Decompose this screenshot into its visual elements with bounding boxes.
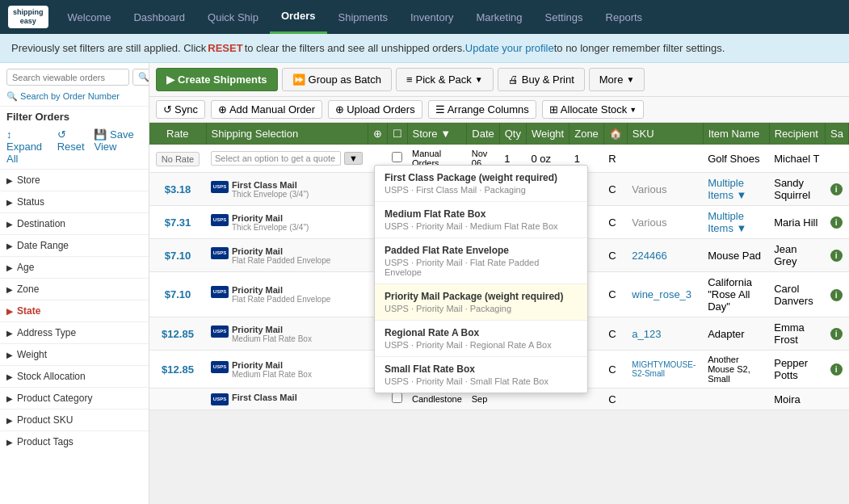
nav-inventory[interactable]: Inventory bbox=[399, 0, 464, 34]
rate-cell: $3.18 bbox=[149, 173, 206, 206]
filter-item-store[interactable]: ▶ Store bbox=[0, 169, 149, 191]
create-shipments-button[interactable]: ▶ Create Shipments bbox=[156, 68, 278, 91]
arrange-columns-button[interactable]: ☰ Arrange Columns bbox=[428, 100, 536, 119]
add-icon: ⊕ bbox=[218, 103, 227, 116]
shipping-options-dropdown: First Class Package (weight required) US… bbox=[374, 165, 588, 393]
add-manual-order-button[interactable]: ⊕ Add Manual Order bbox=[211, 100, 322, 119]
pick-pack-button[interactable]: ≡ Pick & Pack ▼ bbox=[396, 68, 494, 91]
dropdown-item-small-flat-rate[interactable]: Small Flat Rate Box USPS · Priority Mail… bbox=[375, 357, 587, 393]
allocate-caret-icon: ▼ bbox=[629, 106, 637, 114]
more-caret-icon: ▼ bbox=[626, 75, 634, 84]
no-rate-button[interactable]: No Rate bbox=[156, 152, 200, 166]
filter-item-status[interactable]: ▶ Status bbox=[0, 191, 149, 212]
info-icon[interactable]: i bbox=[830, 328, 843, 340]
upload-orders-button[interactable]: ⊕ Upload Orders bbox=[328, 100, 422, 119]
col-header-date: Date bbox=[467, 123, 499, 145]
sidebar: 🔍 🔍 Search by Order Number Filter Orders… bbox=[0, 63, 149, 504]
filter-item-destination[interactable]: ▶ Destination bbox=[0, 212, 149, 234]
filter-item-date-range[interactable]: ▶ Date Range bbox=[0, 234, 149, 256]
reset-link[interactable]: RESET bbox=[208, 42, 242, 54]
pick-pack-icon: ≡ bbox=[406, 74, 413, 86]
col-header-store[interactable]: Store ▼ bbox=[407, 123, 467, 145]
sync-icon: ↺ bbox=[163, 103, 172, 116]
nav-welcome[interactable]: Welcome bbox=[57, 0, 123, 34]
shipping-selection-cell: Select an option to get a quote ▼ bbox=[206, 145, 368, 173]
nav-orders[interactable]: Orders bbox=[270, 0, 327, 34]
col-header-home: 🏠 bbox=[603, 123, 627, 145]
buy-print-button[interactable]: 🖨 Buy & Print bbox=[498, 68, 585, 91]
nav-quickship[interactable]: Quick Ship bbox=[196, 0, 270, 34]
filter-item-state[interactable]: ▶ State bbox=[0, 300, 149, 321]
main-toolbar: ▶ Create Shipments ⏩ Group as Batch ≡ Pi… bbox=[149, 63, 849, 97]
more-button[interactable]: More ▼ bbox=[589, 68, 645, 91]
save-view-link[interactable]: 💾 Save View bbox=[94, 128, 142, 165]
group-as-batch-button[interactable]: ⏩ Group as Batch bbox=[282, 68, 392, 91]
expand-all-link[interactable]: ↕ Expand All bbox=[6, 128, 49, 165]
col-header-zone: Zone bbox=[570, 123, 604, 145]
filter-item-address-type[interactable]: ▶ Address Type bbox=[0, 321, 149, 343]
search-button[interactable]: 🔍 bbox=[132, 69, 149, 86]
multiple-items-link[interactable]: Multiple Items ▼ bbox=[703, 206, 769, 239]
arrow-icon: ▶ bbox=[6, 176, 13, 185]
info-icon[interactable]: i bbox=[830, 183, 843, 195]
filter-item-weight[interactable]: ▶ Weight bbox=[0, 343, 149, 365]
top-nav: shippingeasy Welcome Dashboard Quick Shi… bbox=[0, 0, 849, 34]
pick-pack-caret: ▼ bbox=[475, 75, 483, 84]
shipping-quote-select[interactable]: Select an option to get a quote bbox=[211, 151, 341, 166]
dropdown-item-regional-rate-a[interactable]: Regional Rate A Box USPS · Priority Mail… bbox=[375, 321, 587, 357]
filter-item-product-tags[interactable]: ▶ Product Tags bbox=[0, 430, 149, 452]
columns-icon: ☰ bbox=[435, 103, 445, 116]
sync-button[interactable]: ↺ Sync bbox=[156, 100, 205, 119]
secondary-toolbar: ↺ Sync ⊕ Add Manual Order ⊕ Upload Order… bbox=[149, 97, 849, 123]
reset-filter-link[interactable]: ↺ Reset bbox=[57, 128, 86, 165]
update-profile-link[interactable]: Update your profile bbox=[465, 42, 554, 54]
upload-icon: ⊕ bbox=[335, 103, 344, 116]
filter-item-stock-allocation[interactable]: ▶ Stock Allocation bbox=[0, 365, 149, 387]
nav-reports[interactable]: Reports bbox=[595, 0, 654, 34]
dropdown-item-priority-mail-package[interactable]: Priority Mail Package (weight required) … bbox=[375, 284, 587, 321]
nav-dashboard[interactable]: Dashboard bbox=[122, 0, 196, 34]
filter-orders-header: Filter Orders bbox=[0, 106, 149, 127]
filter-item-age[interactable]: ▶ Age bbox=[0, 256, 149, 278]
dropdown-item-first-class-package[interactable]: First Class Package (weight required) US… bbox=[375, 166, 587, 202]
nav-marketing[interactable]: Marketing bbox=[464, 0, 533, 34]
info-icon[interactable]: i bbox=[830, 250, 843, 262]
create-shipments-icon: ▶ bbox=[166, 74, 174, 86]
table-container: Rate Shipping Selection ⊕ ☐ Store ▼ Date… bbox=[149, 123, 849, 504]
col-header-rate: Rate bbox=[149, 123, 206, 145]
dropdown-item-medium-flat-rate[interactable]: Medium Flat Rate Box USPS · Priority Mai… bbox=[375, 202, 587, 238]
nav-settings[interactable]: Settings bbox=[534, 0, 595, 34]
rate-cell: No Rate bbox=[149, 145, 206, 173]
filter-banner: Previously set filters are still applied… bbox=[0, 34, 849, 63]
col-header-qty: Qty bbox=[499, 123, 526, 145]
filter-item-zone[interactable]: ▶ Zone bbox=[0, 278, 149, 300]
col-header-weight: Weight bbox=[526, 123, 569, 145]
search-input[interactable] bbox=[6, 69, 129, 86]
filter-item-product-sku[interactable]: ▶ Product SKU bbox=[0, 409, 149, 430]
col-header-recipient: Recipient bbox=[769, 123, 825, 145]
info-icon[interactable]: i bbox=[830, 363, 843, 376]
col-header-item-name: Item Name bbox=[703, 123, 769, 145]
multiple-items-link[interactable]: Multiple Items ▼ bbox=[703, 173, 769, 206]
buy-print-icon: 🖨 bbox=[508, 74, 519, 86]
col-header-shipping: Shipping Selection bbox=[206, 123, 368, 145]
col-header-sku: SKU bbox=[627, 123, 703, 145]
col-header-save: Sa bbox=[826, 123, 849, 145]
nav-shipments[interactable]: Shipments bbox=[327, 0, 399, 34]
dropdown-arrow-button[interactable]: ▼ bbox=[344, 152, 363, 165]
search-by-order-link[interactable]: 🔍 Search by Order Number bbox=[0, 91, 149, 106]
content-area: ▶ Create Shipments ⏩ Group as Batch ≡ Pi… bbox=[149, 63, 849, 504]
col-header-checkbox[interactable]: ☐ bbox=[387, 123, 407, 145]
allocate-stock-button[interactable]: ⊞ Allocate Stock ▼ bbox=[542, 100, 644, 119]
dropdown-item-padded-flat-rate[interactable]: Padded Flat Rate Envelope USPS · Priorit… bbox=[375, 238, 587, 284]
filter-item-product-category[interactable]: ▶ Product Category bbox=[0, 387, 149, 409]
logo[interactable]: shippingeasy bbox=[0, 0, 57, 34]
group-batch-icon: ⏩ bbox=[292, 74, 305, 86]
stock-icon: ⊞ bbox=[549, 103, 558, 116]
col-header-expand[interactable]: ⊕ bbox=[368, 123, 387, 145]
info-icon[interactable]: i bbox=[830, 216, 843, 229]
info-icon[interactable]: i bbox=[830, 289, 843, 301]
